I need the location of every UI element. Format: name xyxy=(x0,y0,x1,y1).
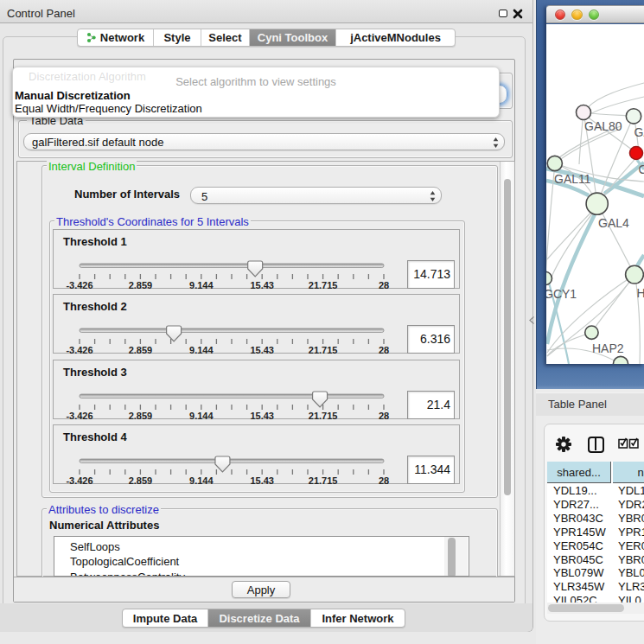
svg-text:9.144: 9.144 xyxy=(189,345,214,354)
svg-text:-3.426: -3.426 xyxy=(66,411,92,420)
svg-text:15.43: 15.43 xyxy=(250,411,274,420)
svg-text:2.859: 2.859 xyxy=(129,280,153,290)
svg-text:2.859: 2.859 xyxy=(129,475,153,485)
svg-text:H: H xyxy=(637,286,644,300)
svg-text:C: C xyxy=(639,163,644,176)
svg-text:-3.426: -3.426 xyxy=(66,280,92,290)
svg-text:21.715: 21.715 xyxy=(309,280,338,290)
svg-text:GA: GA xyxy=(634,125,644,139)
svg-text:GAL80: GAL80 xyxy=(584,119,622,133)
svg-text:28: 28 xyxy=(379,411,389,420)
svg-text:15.43: 15.43 xyxy=(250,345,274,354)
svg-text:21.715: 21.715 xyxy=(309,411,338,420)
svg-text:28: 28 xyxy=(379,280,389,290)
svg-text:28: 28 xyxy=(379,345,389,354)
svg-text:GCY1: GCY1 xyxy=(546,287,577,301)
svg-text:15.43: 15.43 xyxy=(250,280,274,290)
svg-text:21.715: 21.715 xyxy=(309,475,338,485)
svg-text:21.715: 21.715 xyxy=(309,345,338,354)
svg-text:HAP2: HAP2 xyxy=(592,341,624,355)
svg-text:GAL11: GAL11 xyxy=(554,172,591,186)
svg-text:28: 28 xyxy=(379,475,389,485)
svg-text:9.144: 9.144 xyxy=(189,411,214,420)
svg-text:9.144: 9.144 xyxy=(189,280,214,290)
svg-text:15.43: 15.43 xyxy=(250,475,274,485)
svg-text:-3.426: -3.426 xyxy=(66,475,92,485)
svg-text:-3.426: -3.426 xyxy=(66,345,92,354)
svg-text:2.859: 2.859 xyxy=(129,411,153,420)
svg-text:2.859: 2.859 xyxy=(129,345,153,354)
svg-text:GAL4: GAL4 xyxy=(598,216,629,230)
svg-text:9.144: 9.144 xyxy=(189,475,214,485)
